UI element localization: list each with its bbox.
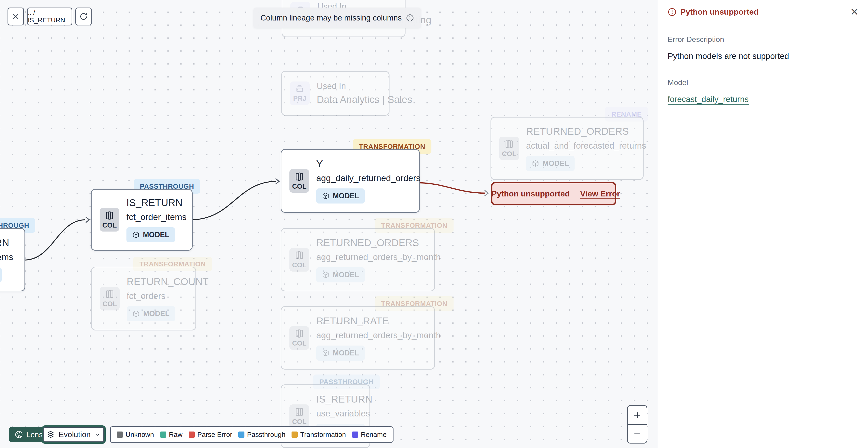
node-text: RETURN_COUNT fct_orders MODEL — [127, 276, 209, 321]
model-chip: MODEL — [316, 346, 365, 361]
col-chip-label: COL — [292, 261, 306, 269]
node-python-unsupported-error[interactable]: Python unsupported View Error — [491, 182, 616, 205]
project-icon: PRJ — [290, 82, 310, 105]
prj-stack-icon — [295, 84, 305, 94]
column-icon: COL — [100, 208, 119, 232]
legend-item-transformation: Transformation — [291, 431, 346, 439]
arrowhead-isreturn — [86, 217, 89, 222]
columns-icon — [295, 329, 304, 338]
node-title: RETURN_RATE — [316, 316, 441, 327]
model-chip: MODEL — [316, 267, 365, 282]
legend-swatch — [160, 431, 166, 438]
model-link[interactable]: forecast_daily_returns — [668, 94, 749, 104]
col-chip-label: COL — [102, 300, 117, 308]
node-subtitle: agg_returned_orders_by_month — [316, 252, 441, 262]
panel-body: Error Description Python models are not … — [658, 24, 868, 115]
error-description-label: Error Description — [668, 35, 859, 44]
legend-label: Rename — [361, 431, 387, 439]
node-returned-orders-by-month[interactable]: COL RETURNED_ORDERS agg_returned_orders_… — [281, 228, 435, 291]
col-chip-label: COL — [502, 150, 516, 158]
node-subtitle: fct_order_items — [0, 252, 13, 262]
lineage-warning-banner: Column lineage may be missing columns — [253, 7, 421, 28]
column-icon: COL — [100, 287, 120, 310]
model-label: Model — [668, 78, 859, 87]
legend-label: Transformation — [300, 431, 346, 439]
node-text: Used In Data Analytics | Sales — [317, 81, 412, 105]
legend-swatch — [117, 431, 123, 438]
alert-circle-icon — [668, 7, 677, 17]
legend-swatch — [238, 431, 244, 438]
model-chip: MODEL — [0, 267, 2, 282]
legend-swatch — [189, 431, 195, 438]
node-used-in-sales[interactable]: PRJ Used In Data Analytics | Sales — [281, 71, 390, 116]
info-icon[interactable] — [406, 14, 414, 22]
error-description-text: Python models are not supported — [668, 51, 859, 61]
legend-swatch — [291, 431, 298, 438]
column-icon: COL — [289, 169, 309, 193]
node-text: RETURNED_ORDERS actual_and_forecasted_re… — [526, 126, 646, 171]
lens-value: Evolution — [59, 430, 91, 439]
node-return-count[interactable]: COL RETURN_COUNT fct_orders MODEL — [91, 267, 196, 330]
prj-chip-label: PRJ — [293, 95, 306, 102]
cube-icon — [132, 310, 140, 318]
node-subtitle: Data Analytics | Sales — [317, 94, 412, 105]
node-subtitle: fct_order_items — [126, 212, 186, 222]
lens-select-focus-ring: Evolution — [42, 425, 106, 444]
model-chip-label: MODEL — [143, 309, 169, 318]
column-icon: COL — [499, 137, 519, 160]
legend: UnknownRawParse ErrorPassthroughTransfor… — [110, 426, 394, 443]
cube-icon — [132, 231, 140, 239]
error-node-label: Python unsupported — [492, 189, 570, 198]
columns-icon — [105, 289, 114, 299]
node-subtitle: agg_daily_returned_orders — [316, 173, 420, 183]
columns-icon — [105, 211, 114, 220]
legend-label: Raw — [169, 431, 183, 439]
columns-icon — [295, 250, 304, 260]
chevron-down-icon — [94, 431, 101, 438]
zoom-out-button[interactable]: − — [628, 424, 647, 443]
node-is-return-upstream-partial[interactable]: COL IS_RETURN fct_order_items MODEL — [0, 228, 25, 291]
node-subtitle: actual_and_forecasted_returns — [526, 141, 646, 151]
refresh-button[interactable] — [75, 7, 92, 25]
close-lineage-button[interactable] — [7, 7, 24, 25]
model-chip-label: MODEL — [333, 192, 359, 200]
model-chip-label: MODEL — [333, 271, 359, 279]
model-chip-label: MODEL — [143, 231, 169, 239]
legend-item-unknown: Unknown — [117, 431, 154, 439]
model-chip: MODEL — [526, 156, 575, 171]
column-icon: COL — [289, 405, 309, 428]
columns-icon — [295, 407, 304, 417]
node-y-agg-daily-returned-orders[interactable]: COL Y agg_daily_returned_orders MODEL — [281, 149, 420, 213]
breadcrumb[interactable]: .. / IS_RETURN — [27, 7, 72, 25]
legend-swatch — [352, 431, 358, 438]
arrowhead-y — [276, 179, 279, 184]
legend-item-raw: Raw — [160, 431, 183, 439]
model-chip: MODEL — [126, 227, 175, 242]
node-title: RETURNED_ORDERS — [526, 126, 646, 137]
panel-close-icon[interactable]: ✕ — [850, 6, 859, 18]
legend-label: Passthrough — [247, 431, 285, 439]
view-error-link[interactable]: View Error — [580, 189, 620, 198]
col-chip-label: COL — [292, 418, 306, 426]
zoom-in-button[interactable]: + — [628, 406, 647, 424]
model-chip: MODEL — [316, 188, 365, 204]
node-is-return-fct-order-items[interactable]: COL IS_RETURN fct_order_items MODEL — [91, 189, 193, 250]
legend-label: Parse Error — [197, 431, 232, 439]
col-chip-label: COL — [292, 183, 306, 190]
node-subtitle: agg_returned_orders_by_month — [316, 330, 441, 340]
layers-icon — [46, 430, 55, 439]
cube-icon — [322, 271, 330, 279]
node-return-rate[interactable]: COL RETURN_RATE agg_returned_orders_by_m… — [281, 306, 435, 369]
lens-select-dropdown[interactable]: Evolution — [43, 427, 104, 442]
panel-header: Python unsupported ✕ — [658, 0, 868, 24]
node-text: Y agg_daily_returned_orders MODEL — [316, 158, 420, 204]
node-text: RETURNED_ORDERS agg_returned_orders_by_m… — [316, 237, 441, 282]
node-text: IS_RETURN fct_order_items MODEL — [126, 197, 186, 242]
refresh-icon — [79, 12, 88, 21]
panel-title: Python unsupported — [680, 7, 758, 17]
arrowhead-error — [485, 190, 488, 196]
node-subtitle: use_variables — [316, 409, 372, 419]
cube-icon — [532, 160, 539, 167]
edge-isreturn-to-y — [193, 181, 276, 220]
node-returned-orders-forecast[interactable]: COL RETURNED_ORDERS actual_and_forecaste… — [491, 117, 644, 180]
